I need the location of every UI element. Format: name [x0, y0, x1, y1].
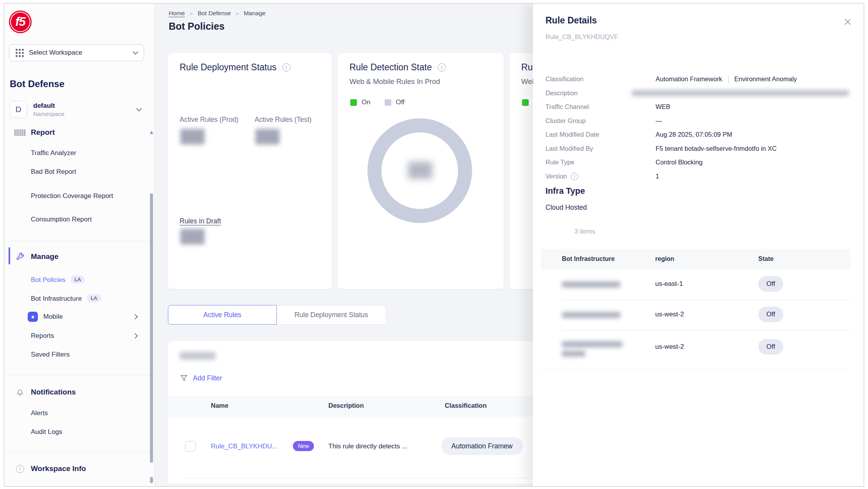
field-rule-type: Rule Type Control Blocking	[545, 155, 849, 170]
namespace-sublabel: Namespace	[33, 111, 137, 117]
column-description: Description	[328, 402, 364, 409]
view-tabs: Active Rules Rule Deployment Status	[168, 305, 386, 325]
redacted-metric-value	[180, 129, 205, 145]
infra-type-heading: Infra Type	[545, 186, 585, 196]
card-rule-deployment-status: Rule Deployment Status i Active Rules (P…	[168, 53, 332, 289]
funnel-icon	[180, 374, 188, 382]
breadcrumb-separator: >	[235, 10, 239, 17]
grid-icon	[16, 49, 24, 57]
f5-logo: f5	[9, 11, 32, 33]
column-state: State	[758, 255, 774, 262]
app-frame: f5 Select Workspace Bot Defense D defaul…	[4, 3, 864, 487]
sidebar-item-mobile[interactable]: Mobile	[4, 311, 154, 322]
bar-chart-icon	[14, 129, 25, 136]
state-badge: Off	[758, 307, 783, 322]
infra-table-row: us-west-2 Off	[541, 330, 850, 369]
classification-pill: Automation Framew	[441, 437, 523, 455]
rule-details-panel: Rule Details Rule_CB_BLYKHDUQVF Classifi…	[533, 4, 864, 486]
field-last-modified-by: Last Modified By F5 tenant botadv-selfse…	[545, 142, 849, 156]
close-icon[interactable]	[843, 17, 853, 27]
scrollbar-up-arrow[interactable]	[150, 131, 153, 134]
sidebar-item-saved-filters[interactable]: Saved Filters	[4, 350, 154, 360]
sidebar-item-bot-policies[interactable]: Bot PoliciesLA	[4, 275, 154, 285]
scrollbar-thumb[interactable]	[150, 193, 153, 463]
rule-description: This rule directly detects ...	[328, 443, 407, 450]
breadcrumb-manage[interactable]: Manage	[244, 10, 266, 17]
workspace-selector-label: Select Workspace	[29, 49, 128, 57]
add-filter-button[interactable]: Add Filter	[180, 374, 222, 382]
field-version: Versioni 1	[545, 170, 849, 184]
sidebar-item-notifications[interactable]: Notifications	[4, 386, 154, 398]
region-value: us-west-2	[655, 311, 684, 318]
sidebar-item-reports[interactable]: Reports	[4, 331, 154, 341]
state-badge: Off	[758, 276, 783, 292]
redacted-infra-name	[562, 341, 622, 347]
column-region: region	[655, 255, 674, 262]
breadcrumb: Home > Bot Defense > Manage	[169, 10, 266, 17]
sidebar-section-label: Report	[31, 128, 55, 137]
infra-table-row: us-east-1 Off	[541, 270, 850, 300]
info-icon[interactable]: i	[438, 63, 446, 71]
chart-legend: On Off	[350, 98, 405, 106]
info-icon[interactable]: i	[282, 63, 291, 71]
redacted-infra-name	[562, 312, 620, 318]
divider	[4, 452, 154, 453]
sidebar-item-bad-bot-report[interactable]: Bad Bot Report	[4, 167, 154, 177]
redacted-infra-name	[562, 351, 585, 357]
chevron-right-icon	[132, 314, 138, 319]
field-cluster-group: Cluster Group —	[545, 114, 849, 128]
sidebar-scrollbar[interactable]	[150, 128, 153, 484]
divider	[4, 241, 154, 241]
legend-on-swatch	[522, 99, 529, 106]
namespace-avatar: D	[10, 101, 27, 118]
sidebar-item-bot-infrastructure[interactable]: Bot InfrastructureLA	[4, 293, 154, 303]
chevron-right-icon	[132, 333, 138, 339]
legend-off-swatch	[385, 99, 391, 106]
sidebar-item-manage[interactable]: Manage	[4, 251, 154, 262]
sidebar-section-label: Notifications	[31, 388, 76, 396]
sidebar-item-workspace-info[interactable]: i Workspace Info	[4, 463, 154, 475]
column-name: Name	[211, 402, 228, 409]
sidebar-item-report[interactable]: Report	[4, 128, 154, 137]
legend-on-swatch	[350, 99, 357, 106]
sidebar-section-label: Manage	[31, 252, 59, 261]
redacted-metric-value	[180, 229, 205, 244]
scrollbar-thumb-bottom[interactable]	[150, 477, 153, 483]
breadcrumb-bot-defense[interactable]: Bot Defense	[198, 10, 231, 17]
sidebar-item-traffic-analyzer[interactable]: Traffic Analyzer	[4, 148, 154, 158]
mobile-star-icon	[28, 312, 38, 322]
la-badge: LA	[71, 275, 85, 284]
chevron-down-icon	[136, 106, 142, 111]
sidebar-item-audit-logs[interactable]: Audit Logs	[4, 427, 154, 437]
info-icon[interactable]: i	[571, 173, 578, 180]
items-count: 3 items	[574, 228, 595, 235]
redacted-description	[632, 90, 849, 96]
la-badge: LA	[87, 294, 101, 302]
panel-title: Rule Details	[545, 15, 597, 26]
card-title: Rule Deployment Status	[180, 62, 276, 73]
sidebar: f5 Select Workspace Bot Defense D defaul…	[4, 4, 155, 486]
sidebar-item-alerts[interactable]: Alerts	[4, 408, 154, 418]
tab-active-rules[interactable]: Active Rules	[168, 305, 277, 325]
breadcrumb-home[interactable]: Home	[169, 10, 185, 17]
region-value: us-west-2	[655, 343, 684, 351]
info-icon: i	[14, 465, 25, 473]
namespace-selector[interactable]: D default Namespace	[10, 100, 146, 119]
sidebar-nav: Report Traffic Analyzer Bad Bot Report P…	[4, 128, 154, 486]
card-title: Rule Detection State	[349, 62, 432, 73]
field-classification: Classification Automation FrameworkEnvir…	[545, 72, 849, 86]
rules-in-draft-link[interactable]: Rules in Draft	[180, 217, 221, 225]
sidebar-item-protection-coverage-report[interactable]: Protection Coverage Report	[4, 184, 154, 208]
namespace-name: default	[33, 102, 137, 110]
product-title: Bot Defense	[10, 79, 64, 89]
add-filter-label: Add Filter	[193, 374, 222, 382]
sidebar-item-consumption-report[interactable]: Consumption Report	[4, 214, 154, 225]
infra-table-header: Bot Infrastructure region State	[541, 249, 850, 270]
row-checkbox[interactable]	[185, 441, 196, 452]
legend-off-label: Off	[396, 98, 405, 106]
infra-table-row: us-west-2 Off	[541, 300, 850, 330]
workspace-selector[interactable]: Select Workspace	[9, 44, 144, 61]
tab-rule-deployment-status[interactable]: Rule Deployment Status	[277, 305, 386, 325]
bell-icon	[14, 387, 25, 397]
rule-name-link[interactable]: Rule_CB_BLYKHDU...	[211, 443, 278, 450]
